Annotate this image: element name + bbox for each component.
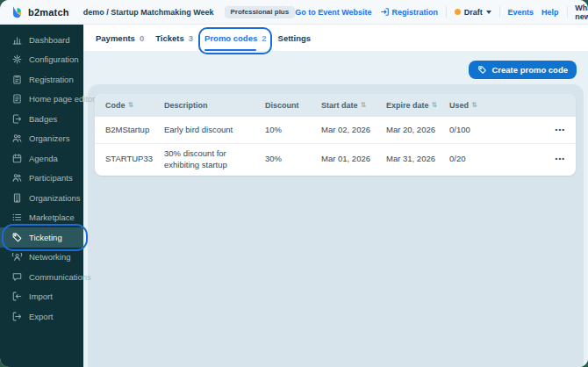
sidebar-item-registration[interactable]: Registration [0, 69, 83, 90]
sidebar-item-configuration[interactable]: Configuration [0, 50, 83, 70]
event-status-dropdown[interactable]: Draft [455, 8, 491, 17]
organizations-icon [11, 192, 23, 204]
sidebar-item-organizers[interactable]: Organizers [0, 129, 83, 149]
tab-payments[interactable]: Payments 0 [96, 25, 144, 51]
b2match-logo[interactable]: b2match [11, 5, 69, 18]
tab-count: 3 [189, 33, 193, 43]
sidebar-item-home-page-editor[interactable]: Home page editor [0, 90, 83, 110]
tab-count: 0 [140, 33, 144, 43]
sidebar-item-marketplace[interactable]: Marketplace [0, 208, 83, 228]
sidebar-item-label: Participants [29, 173, 73, 183]
column-header-expire-date[interactable]: Expire date ⇅ [386, 101, 448, 110]
tab-label: Payments [96, 33, 135, 43]
tab-label: Tickets [155, 33, 184, 43]
column-header-discount[interactable]: Discount [265, 101, 319, 110]
configuration-icon [11, 54, 23, 65]
logo-text: b2match [28, 7, 69, 18]
row-actions-button[interactable]: ••• [556, 126, 565, 135]
tab-count: 2 [262, 33, 266, 43]
table-row: B2MStartup Early bird discount 10% Mar 0… [95, 117, 576, 143]
tab-tickets[interactable]: Tickets 3 [155, 25, 193, 51]
marketplace-icon [11, 212, 23, 223]
column-header-used[interactable]: Used ⇅ [449, 101, 537, 110]
create-promo-code-label: Create promo code [491, 65, 568, 75]
ticketing-icon [11, 232, 23, 243]
top-header: b2match demo / Startup Matchmaking Week … [0, 0, 588, 25]
sidebar-item-label: Home page editor [29, 94, 96, 104]
sort-icon: ⇅ [432, 102, 438, 109]
sidebar-item-label: Registration [29, 75, 74, 84]
cell-start-date: Mar 01, 2026 [321, 154, 384, 165]
sidebar-item-label: Export [29, 312, 53, 321]
b2match-app-window: b2match demo / Startup Matchmaking Week … [0, 0, 588, 367]
sidebar-item-badges[interactable]: Badges [0, 109, 83, 129]
sidebar-item-participants[interactable]: Participants [0, 169, 83, 189]
chevron-down-icon [486, 11, 491, 14]
cell-description: 30% discount for exhibiting startup [164, 148, 263, 171]
main-content: Payments 0 Tickets 3 Promo codes 2 [83, 25, 588, 367]
sidebar-item-label: Configuration [29, 54, 79, 64]
column-header-label: Code [105, 101, 125, 110]
registration-link[interactable]: Registration [380, 7, 439, 17]
column-header-label: Description [164, 101, 208, 110]
sidebar-item-ticketing[interactable]: Ticketing [0, 227, 83, 248]
promo-codes-content: Create promo code Code ⇅ Descriptio [83, 51, 588, 367]
sidebar-item-agenda[interactable]: Agenda [0, 148, 83, 169]
column-header-description[interactable]: Description [164, 101, 263, 110]
import-icon [11, 291, 23, 302]
events-link[interactable]: Events [508, 8, 534, 17]
sidebar: Dashboard Configuration Registration Hom… [0, 25, 83, 367]
cell-code: B2MStartup [105, 125, 162, 136]
header-divider [567, 6, 568, 18]
sidebar-item-label: Ticketing [29, 233, 62, 242]
header-right-nav: Go to Event Website Registration Draft E… [295, 4, 588, 21]
export-icon [11, 311, 23, 322]
registration-arrow-icon [380, 7, 390, 17]
sidebar-item-label: Organizations [29, 193, 81, 203]
cell-expire-date: Mar 20, 2026 [386, 125, 448, 136]
participants-icon [11, 172, 23, 184]
create-promo-code-button[interactable]: Create promo code [469, 61, 577, 79]
sidebar-item-label: Marketplace [29, 212, 75, 222]
table-row: STARTUP33 30% discount for exhibiting st… [95, 143, 576, 176]
sidebar-item-label: Organizers [29, 133, 69, 143]
sidebar-item-dashboard[interactable]: Dashboard [0, 30, 83, 50]
sidebar-item-label: Communications [29, 272, 91, 282]
sort-icon: ⇅ [128, 102, 134, 109]
draft-status-label: Draft [464, 8, 483, 17]
column-header-start-date[interactable]: Start date ⇅ [321, 101, 384, 110]
organizers-icon [11, 133, 23, 144]
tab-label: Promo codes [204, 33, 257, 43]
sidebar-item-networking[interactable]: Networking [0, 248, 83, 268]
b2match-logo-icon [11, 5, 24, 18]
tab-promo-codes[interactable]: Promo codes 2 [204, 25, 266, 51]
help-link[interactable]: Help [541, 8, 559, 17]
row-actions-button[interactable]: ••• [556, 155, 565, 164]
networking-icon [11, 251, 23, 263]
tab-label: Settings [278, 33, 311, 43]
registration-icon [11, 74, 23, 85]
promo-tag-icon [477, 65, 487, 75]
header-divider [446, 6, 447, 18]
sidebar-item-communications[interactable]: Communications [0, 267, 83, 287]
sidebar-item-label: Networking [29, 252, 71, 262]
sidebar-item-label: Agenda [29, 154, 58, 163]
column-header-label: Discount [265, 101, 299, 110]
home-page-editor-icon [11, 93, 23, 104]
registration-link-label: Registration [392, 8, 439, 17]
agenda-icon [11, 153, 23, 164]
sidebar-item-export[interactable]: Export [0, 306, 83, 327]
column-header-code[interactable]: Code ⇅ [105, 101, 162, 110]
cell-start-date: Mar 02, 2026 [321, 125, 384, 136]
event-website-link[interactable]: Go to Event Website [295, 8, 371, 17]
communications-icon [11, 271, 23, 283]
cell-used: 0/100 [449, 125, 537, 136]
sidebar-item-organizations[interactable]: Organizations [0, 188, 83, 208]
sidebar-item-import[interactable]: Import [0, 287, 83, 307]
tab-settings[interactable]: Settings [278, 25, 311, 51]
whats-new-label: What's new [575, 4, 588, 21]
whats-new-button[interactable]: What's new 1 [575, 4, 588, 21]
promo-codes-panel: Code ⇅ Description Discount [88, 84, 584, 367]
table-header-row: Code ⇅ Description Discount [95, 94, 576, 117]
sort-icon: ⇅ [361, 102, 367, 109]
